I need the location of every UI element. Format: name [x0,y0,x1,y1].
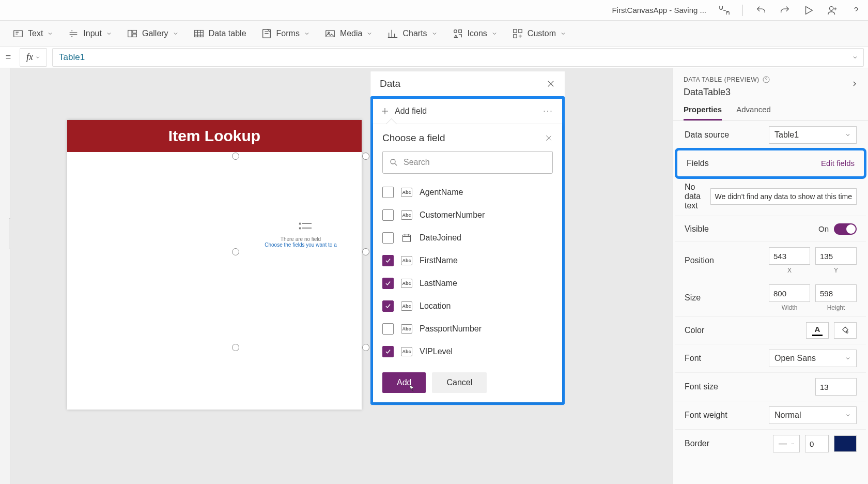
checkbox[interactable] [382,278,394,289]
field-row[interactable]: AbcLocation [382,295,553,317]
formula-value: Table1 [59,52,85,63]
prop-fontweight: Font weight Normal [675,401,866,430]
more-button[interactable]: ··· [541,104,555,118]
ribbon-item-forms[interactable]: Forms [261,28,310,39]
add-field-button[interactable]: Add field [380,107,427,116]
checkbox[interactable] [382,346,394,357]
sublabel: Height [815,304,857,311]
chevron-down-icon [560,31,566,37]
resize-handle[interactable] [362,344,369,351]
text-type-icon: Abc [401,256,412,265]
checkbox[interactable] [382,187,394,198]
checkbox[interactable] [382,209,394,221]
pos-x-input[interactable]: 543 [769,247,810,265]
height-input[interactable]: 598 [815,284,857,302]
ribbon-item-custom[interactable]: Custom [512,28,566,39]
prop-color: Color A [675,317,866,344]
search-box[interactable] [382,151,553,174]
tab-properties[interactable]: Properties [684,105,722,120]
close-icon[interactable] [545,134,553,142]
field-list: AbcAgentNameAbcCustomerNumberDateJoinedA… [382,181,553,363]
field-name: CustomerNumber [420,210,485,220]
field-row[interactable]: DateJoined [382,226,553,249]
field-row[interactable]: AbcLastName [382,272,553,295]
field-row[interactable]: AbcPassportNumber [382,317,553,340]
text-type-icon: Abc [401,210,412,220]
search-input[interactable] [404,158,546,167]
fx-label: fx [26,52,33,63]
chevron-down-icon [366,31,373,37]
canvas-area[interactable]: Item Lookup There are no field Choose th… [10,68,673,484]
toggle-label: On [818,224,829,233]
borderstyle-select[interactable]: — [773,435,800,452]
selection-box[interactable]: There are no field Choose the fields you… [236,156,366,347]
add-button[interactable]: Add [382,372,426,393]
checkbox[interactable] [382,300,394,312]
help-icon[interactable] [762,75,770,84]
fontweight-select[interactable]: Normal [769,406,857,424]
text-type-icon: Abc [401,324,412,334]
chevron-right-icon[interactable] [850,80,859,88]
resize-handle[interactable] [232,248,239,255]
field-row[interactable]: AbcAgentName [382,181,553,204]
ribbon-item-media[interactable]: Media [324,28,373,39]
resize-handle[interactable] [362,153,369,160]
chevron-down-icon [106,31,112,37]
field-row[interactable]: AbcCustomerNumber [382,204,553,226]
ribbon-label: Custom [528,29,556,38]
edit-fields-link[interactable]: Edit fields [821,159,855,168]
checkbox[interactable] [382,323,394,335]
svg-point-14 [391,159,395,164]
bordercolor-swatch[interactable] [834,435,857,452]
close-icon[interactable] [546,79,555,88]
placeholder-link[interactable]: Choose the fields you want to a [236,242,366,248]
datasource-select[interactable]: Table1 [769,126,857,144]
checkbox[interactable] [382,255,394,266]
health-icon[interactable] [719,5,730,16]
pos-y-input[interactable]: 135 [815,247,857,265]
visible-toggle[interactable] [834,223,857,235]
help-icon[interactable] [850,5,862,16]
ribbon-item-gallery[interactable]: Gallery [127,28,179,39]
control-name: DataTable3 [684,87,858,98]
svg-rect-13 [514,34,517,37]
chevron-down-icon [845,412,851,418]
redo-icon[interactable] [779,5,791,16]
borderwidth-input[interactable]: 0 [805,435,829,452]
field-row[interactable]: AbcVIPLevel [382,340,553,363]
play-icon[interactable] [803,5,814,16]
svg-point-8 [328,32,330,33]
undo-icon[interactable] [755,5,767,16]
ribbon-label: Media [340,29,363,38]
field-row[interactable]: AbcFirstName [382,249,553,272]
resize-handle[interactable] [362,248,369,255]
share-icon[interactable] [827,5,838,16]
fill-color-button[interactable] [834,322,857,339]
tab-advanced[interactable]: Advanced [736,105,771,120]
resize-handle[interactable] [232,153,239,160]
ribbon-item-icons[interactable]: Icons [452,28,498,39]
search-icon [389,158,398,167]
prop-label: Position [685,256,764,265]
prop-tabs: Properties Advanced [673,98,868,121]
font-select[interactable]: Open Sans [769,350,857,367]
formula-input[interactable]: Table1 [52,48,864,67]
checkbox[interactable] [382,232,394,244]
prop-label: Font size [685,382,810,391]
field-name: PassportNumber [420,324,482,334]
ribbon-item-input[interactable]: Input [68,28,112,39]
width-input[interactable]: 800 [769,284,810,302]
font-color-button[interactable]: A [806,322,829,339]
svg-rect-11 [514,29,517,32]
nodata-input[interactable]: We didn't find any data to show at this … [710,188,857,205]
ribbon-item-datatable[interactable]: Data table [193,28,246,39]
cancel-button[interactable]: Cancel [432,372,487,393]
resize-handle[interactable] [232,344,239,351]
fx-dropdown[interactable]: fx [20,48,47,67]
chevron-down-icon [35,55,40,60]
control-category: DATA TABLE (PREVIEW) [684,75,858,84]
ribbon-item-text[interactable]: Text [12,28,53,39]
fontsize-input[interactable]: 13 [815,378,857,396]
data-panel: Data Add field ··· Choose a field [370,71,565,405]
ribbon-item-charts[interactable]: Charts [387,28,437,39]
